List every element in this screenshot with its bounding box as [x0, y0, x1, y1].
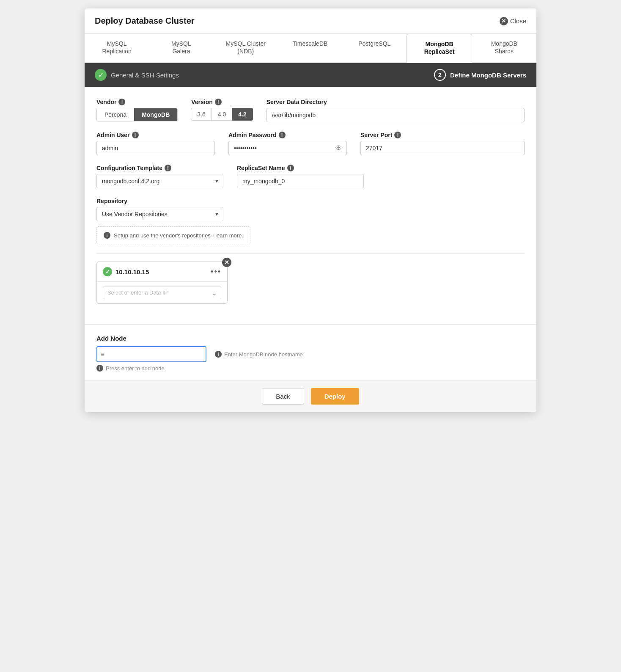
form-row-3: Configuration Template i mongodb.conf.4.…	[96, 165, 525, 188]
config-template-label: Configuration Template i	[96, 165, 223, 171]
admin-password-group: Admin Password i 👁	[228, 132, 347, 155]
add-node-row: ≡ i Enter MongoDB node hostname	[96, 346, 525, 362]
node-options-button[interactable]: •••	[211, 267, 221, 276]
config-template-select-wrapper: mongodb.conf.4.2.org	[96, 174, 223, 188]
node-data-ip-wrapper: Select or enter a Data IP	[103, 286, 221, 299]
replicaset-name-label: ReplicaSet Name i	[237, 165, 364, 171]
server-data-dir-input[interactable]: /var/lib/mongodb	[267, 108, 525, 122]
node-card-select-area: Select or enter a Data IP	[97, 282, 227, 303]
step-2-num: 2	[434, 69, 446, 81]
modal-title: Deploy Database Cluster	[95, 16, 195, 26]
close-button[interactable]: ✕ Close	[500, 17, 526, 25]
replicaset-name-info-icon[interactable]: i	[287, 165, 294, 171]
version-toggle: 3.6 4.0 4.2	[191, 108, 253, 121]
repository-select-wrapper: Use Vendor Repositories	[96, 207, 223, 221]
tab-mysql-cluster[interactable]: MySQL Cluster(NDB)	[214, 34, 278, 62]
deploy-modal: Deploy Database Cluster ✕ Close MySQLRep…	[85, 8, 536, 412]
close-label: Close	[510, 17, 526, 25]
server-port-input[interactable]	[360, 141, 525, 155]
node-remove-button[interactable]: ✕	[222, 258, 231, 267]
password-wrapper: 👁	[228, 141, 347, 155]
node-card: ✕ ✓ 10.10.10.15 ••• Select or enter a Da…	[96, 262, 228, 304]
press-enter-hint-text: Press enter to add node	[106, 365, 165, 372]
modal-header: Deploy Database Cluster ✕ Close	[85, 8, 536, 34]
version-42-button[interactable]: 4.2	[232, 108, 253, 121]
password-toggle-button[interactable]: 👁	[335, 144, 343, 153]
server-data-dir-label: Server Data Directory	[267, 99, 525, 105]
nodes-section: ✕ ✓ 10.10.10.15 ••• Select or enter a Da…	[96, 262, 525, 316]
back-button[interactable]: Back	[262, 388, 304, 405]
vendor-label: Vendor i	[96, 99, 178, 105]
replicaset-name-group: ReplicaSet Name i	[237, 165, 364, 188]
repository-info-text: Setup and use the vendor's repositories …	[114, 232, 243, 239]
admin-user-label: Admin User i	[96, 132, 215, 138]
form-row-2: Admin User i Admin Password i 👁 Server P…	[96, 132, 525, 155]
admin-user-group: Admin User i	[96, 132, 215, 155]
server-port-group: Server Port i	[360, 132, 525, 155]
step-1: ✓ General & SSH Settings	[95, 69, 179, 81]
repository-select[interactable]: Use Vendor Repositories	[96, 207, 223, 221]
tabs-row: MySQLReplication MySQLGalera MySQL Clust…	[85, 34, 536, 63]
admin-password-info-icon[interactable]: i	[279, 132, 286, 138]
add-node-section: Add Node ≡ i Enter MongoDB node hostname…	[85, 324, 536, 380]
vendor-toggle: Percona MongoDB	[96, 108, 178, 121]
version-info-icon[interactable]: i	[215, 99, 222, 105]
close-icon: ✕	[500, 17, 508, 25]
server-port-info-icon[interactable]: i	[394, 132, 401, 138]
press-enter-hint: i Press enter to add node	[96, 365, 525, 372]
version-label: Version i	[191, 99, 253, 105]
tab-mongodb-replicaset[interactable]: MongoDBReplicaSet	[407, 34, 472, 63]
node-ip-text: 10.10.10.15	[115, 268, 149, 275]
add-node-hint: i Enter MongoDB node hostname	[215, 351, 303, 358]
add-node-input-icon: ≡	[101, 351, 104, 358]
repository-label: Repository	[96, 198, 223, 204]
server-data-dir-group: Server Data Directory /var/lib/mongodb	[267, 99, 525, 122]
check-icon: ✓	[98, 71, 104, 79]
section-divider	[96, 253, 525, 254]
node-ip-display: ✓ 10.10.10.15	[103, 267, 149, 276]
step-1-label: General & SSH Settings	[111, 72, 179, 79]
node-status-icon: ✓	[103, 267, 112, 276]
press-enter-hint-icon: i	[96, 365, 103, 372]
vendor-group: Vendor i Percona MongoDB	[96, 99, 178, 121]
tab-timescaledb[interactable]: TimescaleDB	[278, 34, 342, 62]
modal-footer: Back Deploy	[85, 380, 536, 412]
add-node-label: Add Node	[96, 335, 525, 342]
step-2: 2 Define MongoDB Servers	[434, 69, 526, 81]
add-node-hint-icon: i	[215, 351, 222, 358]
replicaset-name-input[interactable]	[237, 174, 364, 188]
version-36-button[interactable]: 3.6	[191, 108, 212, 121]
vendor-percona-button[interactable]: Percona	[97, 108, 134, 121]
vendor-mongodb-button[interactable]: MongoDB	[134, 108, 177, 121]
deploy-button[interactable]: Deploy	[311, 388, 359, 405]
step-2-label: Define MongoDB Servers	[450, 72, 526, 79]
repository-group: Repository Use Vendor Repositories	[96, 198, 223, 221]
add-node-hint-text: Enter MongoDB node hostname	[224, 351, 303, 358]
form-row-4: Repository Use Vendor Repositories i Set…	[96, 198, 525, 244]
tab-mysql-galera[interactable]: MySQLGalera	[149, 34, 213, 62]
admin-password-input[interactable]	[228, 141, 347, 155]
steps-bar: ✓ General & SSH Settings 2 Define MongoD…	[85, 63, 536, 87]
step-1-icon: ✓	[95, 69, 107, 81]
tab-mysql-replication[interactable]: MySQLReplication	[85, 34, 149, 62]
version-group: Version i 3.6 4.0 4.2	[191, 99, 253, 121]
admin-password-label: Admin Password i	[228, 132, 347, 138]
form-area: Vendor i Percona MongoDB Version i 3.6 4…	[85, 87, 536, 324]
vendor-info-icon[interactable]: i	[118, 99, 125, 105]
admin-user-info-icon[interactable]: i	[132, 132, 139, 138]
add-node-input-wrap: ≡	[96, 346, 206, 362]
config-template-group: Configuration Template i mongodb.conf.4.…	[96, 165, 223, 188]
add-node-input[interactable]	[96, 346, 206, 362]
tab-postgresql[interactable]: PostgreSQL	[342, 34, 407, 62]
version-40-button[interactable]: 4.0	[212, 108, 232, 121]
node-data-ip-select[interactable]: Select or enter a Data IP	[103, 286, 221, 299]
config-template-info-icon[interactable]: i	[165, 165, 171, 171]
tab-mongodb-shards[interactable]: MongoDBShards	[472, 34, 536, 62]
server-port-label: Server Port i	[360, 132, 525, 138]
config-template-select[interactable]: mongodb.conf.4.2.org	[96, 174, 223, 188]
form-row-1: Vendor i Percona MongoDB Version i 3.6 4…	[96, 99, 525, 122]
admin-user-input[interactable]	[96, 141, 215, 155]
repo-info-icon: i	[104, 232, 110, 239]
node-card-header: ✓ 10.10.10.15 •••	[97, 262, 227, 282]
repository-info-box: i Setup and use the vendor's repositorie…	[96, 226, 250, 244]
